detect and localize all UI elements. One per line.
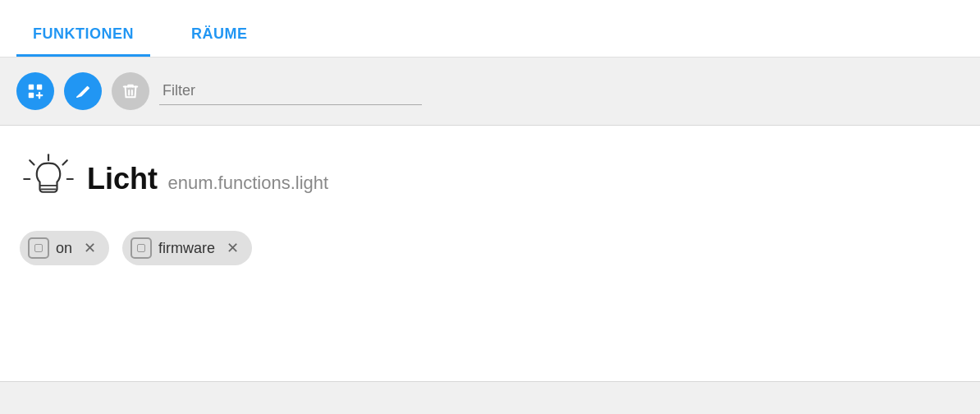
content-area: Licht enum.functions.light on ✕ firmware… [0, 126, 980, 282]
lightbulb-icon [20, 150, 77, 208]
tab-raeume[interactable]: RÄUME [175, 12, 264, 57]
function-row: Licht enum.functions.light [20, 150, 960, 208]
tag-firmware-icon [131, 237, 152, 259]
tab-funktionen[interactable]: FUNKTIONEN [16, 12, 150, 57]
edit-button[interactable] [64, 72, 102, 110]
filter-input[interactable] [159, 77, 422, 105]
tag-firmware-close[interactable]: ✕ [227, 241, 239, 255]
tab-bar: FUNKTIONEN RÄUME [0, 0, 980, 58]
delete-button[interactable] [112, 72, 149, 110]
tag-firmware-label: firmware [158, 240, 215, 257]
tag-firmware-icon-inner [137, 244, 145, 252]
add-button[interactable] [16, 72, 54, 110]
tag-on-label: on [56, 240, 72, 257]
function-title: Licht [87, 162, 158, 196]
tag-on-icon-inner [34, 244, 43, 252]
tag-on-icon [28, 237, 49, 259]
svg-line-7 [30, 160, 34, 164]
bottom-bar [0, 381, 980, 414]
tag-on-close[interactable]: ✕ [84, 241, 96, 255]
svg-rect-2 [37, 85, 42, 90]
tag-on: on ✕ [20, 231, 109, 265]
toolbar [0, 58, 980, 126]
svg-rect-0 [29, 85, 34, 90]
tag-firmware: firmware ✕ [122, 231, 252, 265]
function-title-area: Licht enum.functions.light [87, 162, 328, 196]
function-enum: enum.functions.light [167, 172, 328, 193]
svg-rect-1 [29, 93, 34, 98]
tags-row: on ✕ firmware ✕ [20, 231, 960, 265]
svg-line-8 [63, 160, 67, 164]
